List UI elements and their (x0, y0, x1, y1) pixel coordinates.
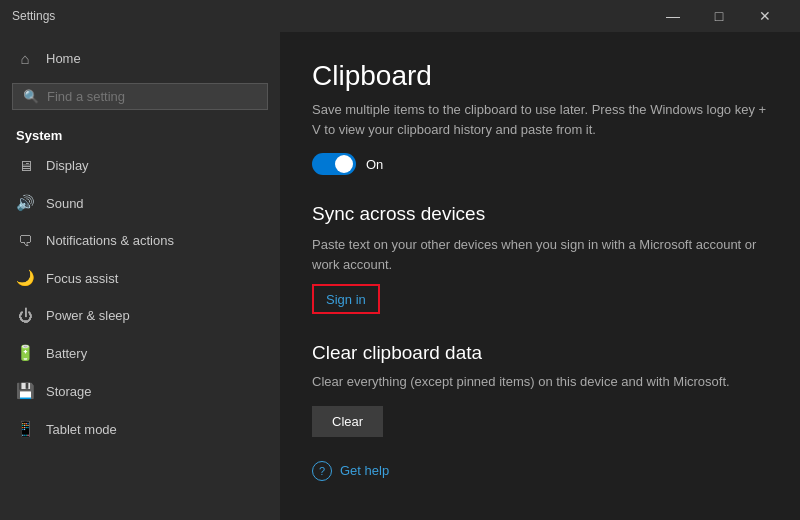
sidebar-item-battery[interactable]: 🔋 Battery (0, 334, 280, 372)
clear-button[interactable]: Clear (312, 406, 383, 437)
tablet-label: Tablet mode (46, 422, 117, 437)
sidebar-item-sound[interactable]: 🔊 Sound (0, 184, 280, 222)
sidebar-item-power[interactable]: ⏻ Power & sleep (0, 297, 280, 334)
clipboard-toggle[interactable] (312, 153, 356, 175)
sidebar-item-storage[interactable]: 💾 Storage (0, 372, 280, 410)
power-icon: ⏻ (16, 307, 34, 324)
clear-description: Clear everything (except pinned items) o… (312, 372, 768, 392)
sound-icon: 🔊 (16, 194, 34, 212)
notifications-icon: 🗨 (16, 232, 34, 249)
toggle-knob (335, 155, 353, 173)
title-bar: Settings — □ ✕ (0, 0, 800, 32)
home-label: Home (46, 51, 81, 66)
clipboard-description: Save multiple items to the clipboard to … (312, 100, 768, 139)
sidebar: ⌂ Home 🔍 System 🖥 Display 🔊 Sound 🗨 Noti… (0, 32, 280, 520)
minimize-button[interactable]: — (650, 0, 696, 32)
get-help-row: ? Get help (312, 461, 768, 481)
toggle-label: On (366, 157, 383, 172)
clipboard-toggle-row: On (312, 153, 768, 175)
system-section-label: System (0, 118, 280, 147)
get-help-icon: ? (312, 461, 332, 481)
sign-in-box[interactable]: Sign in (312, 284, 380, 314)
notifications-label: Notifications & actions (46, 233, 174, 248)
focus-label: Focus assist (46, 271, 118, 286)
storage-label: Storage (46, 384, 92, 399)
battery-icon: 🔋 (16, 344, 34, 362)
sound-label: Sound (46, 196, 84, 211)
search-icon: 🔍 (23, 89, 39, 104)
title-bar-left: Settings (12, 9, 55, 23)
battery-label: Battery (46, 346, 87, 361)
title-bar-controls: — □ ✕ (650, 0, 788, 32)
sidebar-item-display[interactable]: 🖥 Display (0, 147, 280, 184)
get-help-link[interactable]: Get help (340, 463, 389, 478)
sign-in-label: Sign in (326, 292, 366, 307)
sidebar-item-notifications[interactable]: 🗨 Notifications & actions (0, 222, 280, 259)
sync-description: Paste text on your other devices when yo… (312, 235, 768, 274)
tablet-icon: 📱 (16, 420, 34, 438)
clear-heading: Clear clipboard data (312, 342, 768, 364)
app-body: ⌂ Home 🔍 System 🖥 Display 🔊 Sound 🗨 Noti… (0, 32, 800, 520)
power-label: Power & sleep (46, 308, 130, 323)
display-icon: 🖥 (16, 157, 34, 174)
search-box[interactable]: 🔍 (12, 83, 268, 110)
home-icon: ⌂ (16, 50, 34, 67)
close-button[interactable]: ✕ (742, 0, 788, 32)
sidebar-item-focus[interactable]: 🌙 Focus assist (0, 259, 280, 297)
focus-icon: 🌙 (16, 269, 34, 287)
storage-icon: 💾 (16, 382, 34, 400)
display-label: Display (46, 158, 89, 173)
search-input[interactable] (47, 89, 257, 104)
sync-heading: Sync across devices (312, 203, 768, 225)
page-title: Clipboard (312, 60, 768, 92)
sidebar-item-tablet[interactable]: 📱 Tablet mode (0, 410, 280, 448)
settings-title: Settings (12, 9, 55, 23)
main-panel: Clipboard Save multiple items to the cli… (280, 32, 800, 520)
maximize-button[interactable]: □ (696, 0, 742, 32)
sidebar-item-home[interactable]: ⌂ Home (0, 40, 280, 75)
